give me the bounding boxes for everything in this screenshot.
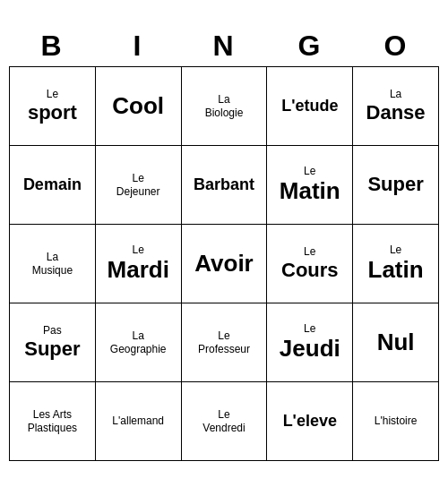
bingo-cell-4: LaDanse <box>353 67 439 146</box>
bingo-cell-2: LaBiologie <box>182 67 268 146</box>
bingo-cell-9: Super <box>353 146 439 225</box>
bingo-cell-5: Demain <box>10 146 96 225</box>
bingo-cell-21: L'allemand <box>96 382 182 461</box>
header-letter-G: G <box>267 26 353 66</box>
bingo-cell-16: LaGeographie <box>96 303 182 382</box>
bingo-cell-23: L'eleve <box>267 382 353 461</box>
bingo-cell-15: PasSuper <box>10 303 96 382</box>
header-letter-N: N <box>181 26 267 66</box>
bingo-cell-20: Les ArtsPlastiques <box>10 382 96 461</box>
bingo-cell-8: LeMatin <box>267 146 353 225</box>
bingo-cell-19: Nul <box>353 303 439 382</box>
bingo-cell-10: LaMusique <box>10 225 96 303</box>
header-letter-O: O <box>353 26 439 66</box>
bingo-cell-7: Barbant <box>182 146 268 225</box>
bingo-header: BINGO <box>9 26 439 66</box>
bingo-cell-17: LeProfesseur <box>182 303 268 382</box>
bingo-cell-24: L'histoire <box>353 382 439 461</box>
bingo-cell-18: LeJeudi <box>267 303 353 382</box>
bingo-cell-22: LeVendredi <box>182 382 268 461</box>
bingo-cell-12: Avoir <box>182 225 268 303</box>
header-letter-I: I <box>95 26 181 66</box>
bingo-card: BINGO LesportCoolLaBiologieL'etudeLaDans… <box>9 26 439 461</box>
header-letter-B: B <box>9 26 95 66</box>
bingo-grid: LesportCoolLaBiologieL'etudeLaDanseDemai… <box>9 66 439 461</box>
bingo-cell-6: LeDejeuner <box>96 146 182 225</box>
bingo-cell-3: L'etude <box>267 67 353 146</box>
bingo-cell-13: LeCours <box>267 225 353 303</box>
bingo-cell-0: Lesport <box>10 67 96 146</box>
bingo-cell-14: LeLatin <box>353 225 439 303</box>
bingo-cell-11: LeMardi <box>96 225 182 303</box>
bingo-cell-1: Cool <box>96 67 182 146</box>
